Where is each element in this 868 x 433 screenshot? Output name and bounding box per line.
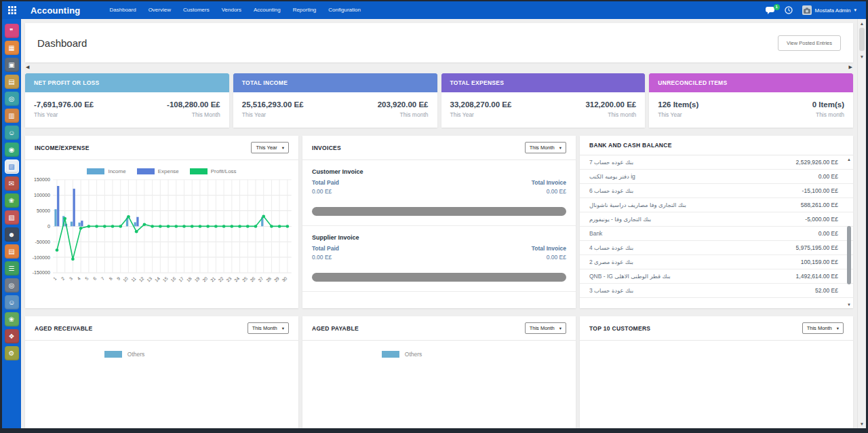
legend-item[interactable]: Profit/Loss (190, 168, 237, 174)
svg-text:5: 5 (84, 276, 90, 281)
app-icon[interactable]: ◉ (5, 143, 19, 157)
invoice-section-title: Customer Invoice (302, 160, 576, 178)
bank-account-row[interactable]: QNB - IG بنك قطر الوطنى الاهلى 1,492,614… (580, 269, 853, 284)
app-icon[interactable]: ❞ (5, 24, 19, 38)
svg-text:4: 4 (76, 276, 81, 281)
app-icon[interactable]: ✉ (5, 176, 19, 191)
scroll-down-icon[interactable]: ▼ (858, 421, 866, 426)
app-icon[interactable]: ☻ (5, 227, 19, 242)
app-icon[interactable]: ▧ (5, 210, 19, 225)
view-posted-entries-button[interactable]: View Posted Entries (778, 35, 841, 51)
menu-item[interactable]: Reporting (287, 1, 323, 19)
aged-receivable-period-select[interactable]: This Month ▾ (248, 322, 289, 334)
svg-text:24: 24 (233, 276, 241, 282)
app-icon[interactable]: ❀ (5, 193, 19, 208)
bank-scrollbar[interactable]: ▲ ▼ (846, 157, 852, 307)
bank-account-row[interactable]: بنك عودة حساب 3 52.00 E£ (580, 284, 853, 298)
svg-text:26: 26 (249, 276, 256, 282)
chart-legend: Others (302, 341, 576, 358)
aged-payable-panel: AGED PAYABLE This Month ▾ Others (302, 316, 576, 428)
scroll-up-icon[interactable]: ▲ (858, 21, 866, 26)
app-icon[interactable]: ▥ (5, 109, 19, 123)
income-expense-chart: -150000-100000-5000005000010000015000012… (25, 176, 298, 302)
horizontal-scrollbar[interactable]: ◀ ▶ (25, 64, 853, 72)
app-icon[interactable]: ◎ (5, 92, 19, 106)
scroll-left-icon[interactable]: ◀ (26, 64, 29, 70)
bank-account-row[interactable]: بنك عوده حساب 7 2,529,926.00 E£ (580, 155, 853, 170)
invoices-period-select[interactable]: This Month ▾ (525, 142, 566, 153)
bank-account-list: بنك عوده حساب 7 2,529,926.00 E£ دفتر يوم… (580, 155, 853, 308)
user-name: Mostafa Admin (815, 7, 851, 14)
app-icon[interactable]: ▤ (5, 75, 19, 89)
bank-account-row[interactable]: بنك التجارى وفا مصاريف دراسية ناشونال 58… (580, 198, 853, 212)
legend-item[interactable]: Income (87, 168, 125, 174)
scrollbar-thumb[interactable] (859, 28, 865, 51)
kpi-month-value: -108,280.00 E£ (167, 100, 220, 109)
svg-text:30: 30 (281, 276, 288, 282)
kpi-year-value: 33,208,270.00 E£ (450, 100, 512, 109)
top-navbar: Accounting DashboardOverviewCustomersVen… (2, 1, 866, 19)
svg-text:9: 9 (116, 276, 121, 281)
legend-label: Others (405, 351, 422, 358)
bank-account-row[interactable]: Bank 0.00 E£ (580, 227, 853, 241)
menu-item[interactable]: Customers (177, 1, 216, 19)
menu-item[interactable]: Vendors (216, 1, 248, 19)
svg-text:7: 7 (100, 276, 105, 281)
app-icon[interactable]: ☰ (5, 261, 19, 276)
app-icon[interactable]: ◎ (5, 278, 19, 293)
svg-text:6: 6 (92, 276, 98, 281)
scroll-right-icon[interactable]: ▶ (849, 64, 852, 70)
svg-text:2: 2 (60, 276, 66, 281)
total-invoice-label: Total Invoice (532, 179, 566, 186)
svg-text:13: 13 (146, 276, 153, 282)
scroll-down-icon[interactable]: ▼ (858, 54, 866, 59)
messages-button[interactable]: 1 (766, 7, 775, 14)
menu-item[interactable]: Accounting (248, 1, 287, 19)
scroll-up-icon[interactable]: ▲ (846, 157, 852, 162)
bank-account-row[interactable]: بنك عودة حساب 6 -15,100.00 E£ (580, 184, 853, 198)
app-icon[interactable]: ▣ (5, 58, 19, 72)
bank-account-row[interactable]: بنك عودة حساب 4 5,975,195.00 E£ (580, 241, 853, 255)
vertical-scrollbar[interactable]: ▲ ▼ ▼ (857, 19, 866, 428)
kpi-card-header: TOTAL INCOME (233, 73, 437, 92)
menu-item[interactable]: Overview (142, 1, 177, 19)
app-icon[interactable]: ❀ (5, 312, 19, 326)
income-expense-period-select[interactable]: This Year ▾ (251, 142, 289, 153)
app-icon[interactable]: ▤ (5, 244, 19, 259)
panel-title: INCOME/EXPENSE (35, 145, 90, 151)
menu-item[interactable]: Dashboard (104, 1, 142, 19)
apps-grid-icon[interactable] (2, 1, 22, 19)
kpi-year-label: This Year (242, 111, 304, 118)
kpi-month-value: 203,920.00 E£ (378, 100, 429, 109)
legend-swatch (104, 351, 122, 358)
total-paid-label: Total Paid (312, 245, 339, 252)
legend-label: Income (108, 168, 125, 174)
user-menu[interactable]: Mostafa Admin ▾ (802, 5, 856, 15)
main-menu: DashboardOverviewCustomersVendorsAccount… (104, 1, 367, 19)
app-icon[interactable]: ☺ (5, 126, 19, 140)
aged-payable-period-select[interactable]: This Month ▾ (525, 322, 566, 334)
kpi-year-value: 126 Item(s) (658, 100, 698, 109)
app-icon[interactable]: ▨ (5, 159, 19, 174)
income-expense-panel: INCOME/EXPENSE This Year ▾ IncomeExpense… (25, 136, 298, 308)
app-icon[interactable]: ⚙ (5, 346, 19, 360)
legend-item[interactable]: Expense (137, 168, 179, 174)
bank-account-row[interactable]: بنك عودة مصرى 2 100,159.00 E£ (580, 255, 853, 269)
bank-account-row[interactable]: بنك التجارى وفا - يونيفورم -5,000.00 E£ (580, 212, 853, 227)
svg-text:15: 15 (161, 276, 169, 282)
svg-text:20: 20 (201, 276, 209, 282)
bank-account-row[interactable]: دفتر يوميه الكتب ig 0.00 E£ (580, 170, 853, 184)
legend-label: Others (127, 351, 145, 358)
kpi-card: UNRECONCILED ITEMS 126 Item(s) This Year… (649, 73, 853, 128)
app-icon[interactable]: ❖ (5, 329, 19, 343)
activity-button[interactable] (785, 6, 793, 14)
scrollbar-thumb[interactable] (847, 226, 851, 284)
menu-item[interactable]: Configuration (322, 1, 367, 19)
top-customers-period-select[interactable]: This Month ▾ (802, 322, 844, 334)
app-icon[interactable]: ☺ (5, 295, 19, 309)
panel-title: BANK AND CASH BALANCE (589, 142, 672, 149)
app-icon[interactable]: ▦ (5, 41, 19, 55)
scroll-down-icon[interactable]: ▼ (846, 303, 852, 307)
total-invoice-value: 0.00 E£ (532, 188, 566, 195)
avatar (802, 5, 812, 15)
